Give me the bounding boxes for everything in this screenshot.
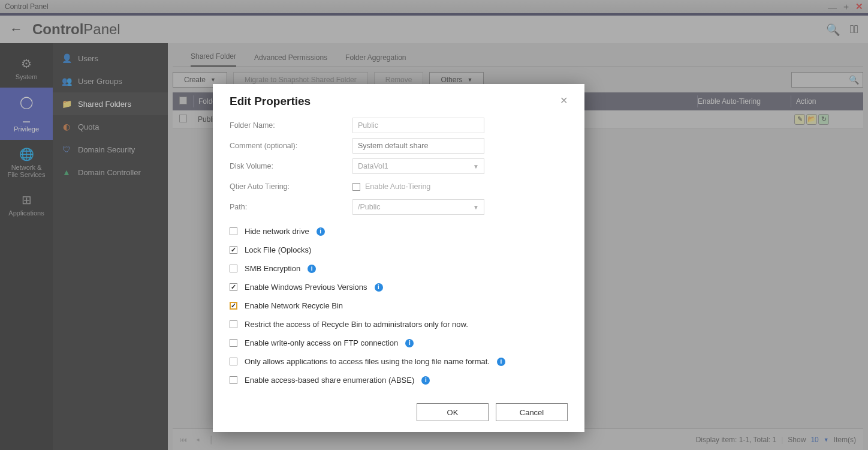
label-volume: Disk Volume: <box>230 162 352 170</box>
label-folder-name: Folder Name: <box>230 121 352 130</box>
previous-versions-checkbox[interactable] <box>230 283 237 291</box>
recycle-bin-checkbox[interactable] <box>230 302 237 310</box>
dialog-body: Folder Name: Comment (optional): Disk Vo… <box>213 110 584 397</box>
cancel-button[interactable]: Cancel <box>496 403 568 421</box>
label-qtier: Qtier Auto Tiering: <box>230 182 352 191</box>
ok-button[interactable]: OK <box>417 403 489 421</box>
smb-encryption-checkbox[interactable] <box>230 265 237 272</box>
auto-tier-label: Enable Auto-Tiering <box>365 182 430 191</box>
ftp-write-checkbox[interactable] <box>230 339 237 347</box>
info-icon[interactable]: i <box>405 339 414 347</box>
edit-properties-dialog: Edit Properties ✕ Folder Name: Comment (… <box>213 84 584 432</box>
check-label: Enable write-only access on FTP connecti… <box>245 338 398 347</box>
info-icon[interactable]: i <box>375 283 383 292</box>
hide-drive-checkbox[interactable] <box>230 227 237 235</box>
close-icon[interactable]: ✕ <box>560 95 568 106</box>
dialog-footer: OK Cancel <box>213 397 584 432</box>
path-select[interactable]: /Public ▼ <box>352 199 484 215</box>
dialog-title: Edit Properties <box>230 95 311 108</box>
abse-checkbox[interactable] <box>230 376 237 384</box>
chevron-down-icon: ▼ <box>473 163 479 170</box>
check-label: Hide network drive <box>245 227 309 236</box>
label-path: Path: <box>230 203 352 211</box>
select-value: DataVol1 <box>358 162 388 170</box>
restrict-recycle-checkbox[interactable] <box>230 320 237 328</box>
check-label: Only allows applications to access files… <box>245 357 490 366</box>
select-value: /Public <box>358 203 381 211</box>
long-name-checkbox[interactable] <box>230 358 237 365</box>
info-icon[interactable]: i <box>308 265 316 273</box>
info-icon[interactable]: i <box>497 358 505 366</box>
check-label: SMB Encryption <box>245 264 300 273</box>
check-label: Lock File (Oplocks) <box>245 245 311 254</box>
info-icon[interactable]: i <box>421 376 430 385</box>
chevron-down-icon: ▼ <box>473 204 479 211</box>
volume-select[interactable]: DataVol1 ▼ <box>352 158 484 174</box>
check-label: Enable Windows Previous Versions <box>245 283 367 292</box>
folder-name-field[interactable] <box>352 118 484 133</box>
auto-tier-checkbox[interactable] <box>352 183 360 191</box>
lock-file-checkbox[interactable] <box>230 246 237 254</box>
check-label: Restrict the access of Recycle Bin to ad… <box>245 320 468 329</box>
comment-field[interactable] <box>352 138 484 154</box>
info-icon[interactable]: i <box>317 227 325 236</box>
check-label: Enable access-based share enumeration (A… <box>245 376 414 385</box>
check-label: Enable Network Recycle Bin <box>245 301 343 310</box>
label-comment: Comment (optional): <box>230 142 352 150</box>
